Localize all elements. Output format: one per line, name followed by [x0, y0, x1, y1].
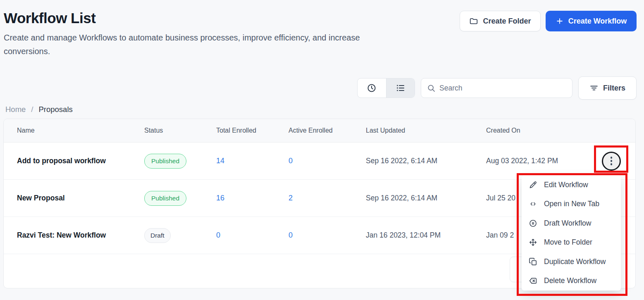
row-actions-kebab-button[interactable]	[602, 152, 621, 171]
pause-circle-icon	[529, 219, 537, 228]
code-icon	[529, 200, 537, 208]
table-row: Add to proposal workflow Published 14 0 …	[4, 143, 635, 180]
active-enrolled-link[interactable]: 0	[289, 157, 366, 165]
menu-item-edit-workflow[interactable]: Edit Workflow	[522, 175, 621, 195]
breadcrumb-current: Proposals	[39, 105, 73, 114]
create-workflow-button[interactable]: Create Workflow	[546, 11, 637, 31]
folder-icon	[469, 17, 478, 26]
menu-item-move-to-folder[interactable]: Move to Folder	[522, 233, 621, 252]
view-toggle	[357, 78, 415, 98]
search-icon	[427, 84, 436, 93]
status-badge: Published	[144, 154, 186, 169]
create-folder-label: Create Folder	[483, 17, 531, 26]
column-header-name: Name	[17, 127, 144, 134]
menu-item-open-in-new-tab[interactable]: Open in New Tab	[522, 195, 621, 214]
last-updated-value: Jan 16 2023, 12:04 PM	[366, 231, 486, 240]
filters-button[interactable]: Filters	[578, 76, 637, 100]
menu-item-label: Edit Workflow	[544, 181, 588, 189]
column-header-status: Status	[144, 127, 216, 134]
breadcrumb: Home / Proposals	[5, 105, 73, 114]
status-badge: Draft	[144, 228, 171, 243]
column-header-active-enrolled: Active Enrolled	[289, 127, 366, 134]
page-description: Create and manage Workflows to automate …	[4, 31, 388, 58]
column-header-created-on: Created On	[486, 127, 587, 134]
delete-icon	[529, 276, 537, 285]
table-header-row: Name Status Total Enrolled Active Enroll…	[4, 119, 635, 143]
column-header-last-updated: Last Updated	[366, 127, 486, 134]
page-title: Workflow List	[4, 10, 95, 26]
active-enrolled-link[interactable]: 0	[289, 231, 366, 240]
active-enrolled-link[interactable]: 2	[289, 194, 366, 202]
menu-item-duplicate-workflow[interactable]: Duplicate Workflow	[522, 252, 621, 271]
last-updated-value: Sep 16 2022, 6:14 AM	[366, 194, 486, 202]
filters-label: Filters	[603, 84, 625, 93]
menu-item-label: Duplicate Workflow	[544, 257, 606, 266]
menu-item-delete-workflow[interactable]: Delete Workflow	[522, 271, 621, 291]
breadcrumb-separator: /	[31, 105, 33, 114]
create-folder-button[interactable]: Create Folder	[460, 11, 541, 31]
status-badge: Published	[144, 191, 186, 206]
workflow-name-link[interactable]: New Proposal	[17, 194, 144, 202]
search-input[interactable]	[439, 84, 566, 93]
total-enrolled-link[interactable]: 14	[216, 157, 289, 165]
list-icon	[396, 83, 405, 93]
row-context-menu: Edit Workflow Open in New Tab Draft Work…	[522, 175, 621, 290]
menu-item-label: Move to Folder	[544, 238, 592, 247]
menu-item-label: Delete Workflow	[544, 276, 596, 285]
history-view-toggle[interactable]	[358, 79, 386, 98]
created-on-value: Aug 03 2022, 1:42 PM	[486, 157, 587, 165]
column-header-total-enrolled: Total Enrolled	[216, 127, 289, 134]
breadcrumb-home[interactable]: Home	[5, 105, 26, 114]
menu-item-draft-workflow[interactable]: Draft Workflow	[522, 214, 621, 233]
create-workflow-label: Create Workflow	[568, 17, 627, 26]
search-box	[421, 78, 572, 98]
list-view-toggle[interactable]	[386, 79, 415, 98]
plus-icon	[556, 17, 564, 25]
workflow-name-link[interactable]: Razvi Test: New Workflow	[17, 231, 144, 240]
menu-item-label: Draft Workflow	[544, 219, 591, 228]
last-updated-value: Sep 16 2022, 6:14 AM	[366, 157, 486, 165]
filter-icon	[589, 83, 599, 93]
workflow-name-link[interactable]: Add to proposal workflow	[17, 157, 144, 165]
move-icon	[529, 238, 537, 247]
duplicate-icon	[529, 257, 537, 266]
pencil-icon	[529, 181, 537, 189]
clock-icon	[367, 83, 377, 93]
total-enrolled-link[interactable]: 0	[216, 231, 289, 240]
total-enrolled-link[interactable]: 16	[216, 194, 289, 202]
menu-item-label: Open in New Tab	[544, 200, 599, 208]
